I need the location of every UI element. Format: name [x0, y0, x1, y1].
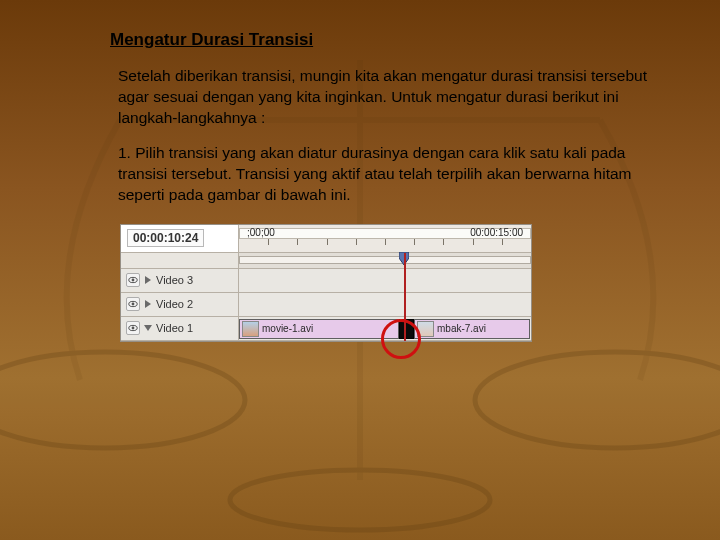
timecode-display[interactable]: 00:00:10:24	[127, 229, 204, 247]
svg-marker-11	[145, 300, 151, 308]
track-label-video3[interactable]: Video 3	[121, 269, 239, 292]
work-area-bar[interactable]	[239, 256, 531, 264]
track-name: Video 1	[156, 322, 193, 334]
track-content-video3[interactable]	[239, 269, 531, 292]
intro-paragraph: Setelah diberikan transisi, mungin kita …	[110, 66, 660, 129]
clip-label: mbak-7.avi	[437, 323, 486, 334]
svg-marker-14	[144, 325, 152, 331]
eye-icon[interactable]	[126, 273, 140, 287]
chevron-down-icon[interactable]	[144, 324, 152, 332]
svg-point-10	[132, 303, 135, 306]
ruler-label-end: 00:00:15:00	[470, 227, 523, 238]
step-1-body: Pilih transisi yang akan diatur durasiny…	[118, 144, 631, 203]
clip-label: movie-1.avi	[262, 323, 313, 334]
track-name: Video 3	[156, 274, 193, 286]
track-content-video2[interactable]	[239, 293, 531, 316]
timeline-editor-screenshot: 00:00:10:24 ;00;00 00:00:15:00	[120, 224, 532, 342]
ruler-label-start: ;00;00	[247, 227, 275, 238]
step-1: 1. Pilih transisi yang akan diatur duras…	[110, 143, 660, 206]
chevron-right-icon[interactable]	[144, 276, 152, 284]
eye-icon[interactable]	[126, 297, 140, 311]
timecode-cell: 00:00:10:24	[121, 225, 239, 252]
chevron-right-icon[interactable]	[144, 300, 152, 308]
clip-movie1[interactable]: movie-1.avi	[239, 319, 399, 339]
clip-thumbnail	[242, 321, 259, 337]
svg-point-13	[132, 327, 135, 330]
time-ruler[interactable]: ;00;00 00:00:15:00	[239, 225, 531, 252]
track-name: Video 2	[156, 298, 193, 310]
svg-point-4	[230, 470, 490, 530]
svg-point-2	[0, 352, 245, 448]
track-label-video1[interactable]: Video 1	[121, 317, 239, 340]
step-1-num: 1.	[118, 144, 135, 161]
svg-marker-8	[145, 276, 151, 284]
clip-mbak7[interactable]: mbak-7.avi	[414, 319, 530, 339]
svg-point-3	[475, 352, 720, 448]
track-label-video2[interactable]: Video 2	[121, 293, 239, 316]
svg-point-7	[132, 279, 135, 282]
eye-icon[interactable]	[126, 321, 140, 335]
section-title: Mengatur Durasi Transisi	[110, 30, 660, 50]
annotation-highlight-circle	[381, 319, 421, 359]
